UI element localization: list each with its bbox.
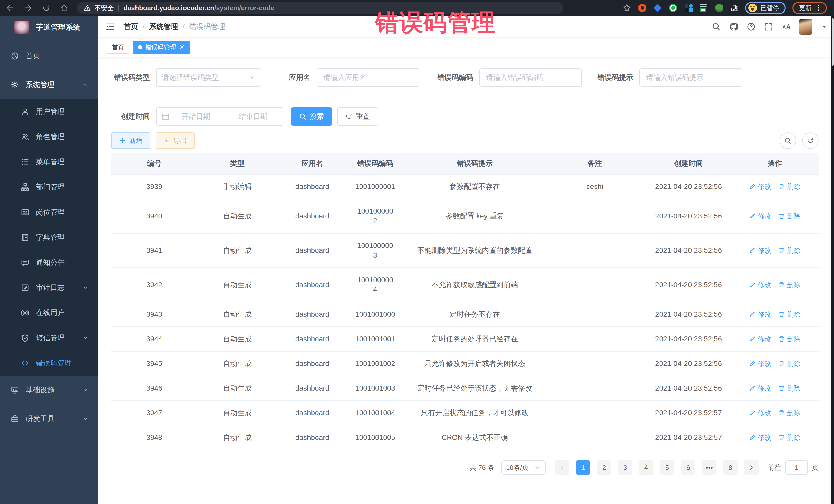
delete-icon [778, 183, 785, 190]
pager-next-button[interactable] [744, 460, 759, 475]
browser-forward-icon[interactable] [24, 4, 32, 12]
browser-update-button[interactable]: 更新 [792, 2, 827, 14]
pager-more-button[interactable]: ••• [702, 460, 717, 475]
search-button[interactable]: 搜索 [291, 107, 332, 126]
tag-error-code[interactable]: 错误码管理 [133, 41, 190, 54]
header-search-icon[interactable] [712, 22, 721, 31]
pager-page-button[interactable]: 6 [681, 460, 696, 475]
add-button[interactable]: 新增 [111, 132, 150, 149]
cell-remark [546, 356, 643, 371]
sidebar-item-post[interactable]: 岗位管理 [0, 200, 97, 225]
delete-link[interactable]: 删除 [778, 408, 800, 418]
sidebar-item-online[interactable]: 在线用户 [0, 300, 97, 325]
extension-green-icon[interactable] [669, 4, 678, 12]
breadcrumb-item-home[interactable]: 首页 [124, 22, 138, 31]
sidebar-item-role[interactable]: 角色管理 [0, 124, 97, 149]
pager-page-button[interactable]: 1 [576, 460, 590, 475]
error-code-input[interactable] [479, 68, 582, 87]
edit-link[interactable]: 修改 [749, 408, 771, 418]
reset-button[interactable]: 重置 [337, 107, 378, 126]
delete-link[interactable]: 删除 [778, 334, 800, 344]
browser-back-icon[interactable] [6, 4, 14, 12]
browser-home-icon[interactable] [60, 4, 68, 12]
edit-link[interactable]: 修改 [749, 334, 771, 344]
extension-gem-icon[interactable] [653, 4, 662, 12]
extension-frog-icon[interactable] [715, 4, 724, 12]
col-header-type: 类型 [197, 153, 278, 174]
pager-page-button[interactable]: 8 [723, 460, 738, 475]
sidebar-item-notice[interactable]: 通知公告 [0, 250, 97, 275]
error-hint-input[interactable] [639, 68, 742, 87]
extension-squares-icon[interactable] [684, 4, 693, 12]
delete-link[interactable]: 删除 [778, 309, 800, 319]
browser-menu-icon[interactable] [815, 4, 822, 12]
edit-link[interactable]: 修改 [749, 280, 771, 290]
fullscreen-icon[interactable] [764, 22, 773, 31]
page-size-select[interactable]: 10条/页 [501, 460, 546, 475]
error-type-select[interactable]: 请选择错误码类型 [156, 68, 261, 87]
extensions-puzzle-icon[interactable] [730, 4, 739, 12]
sidebar-item-home[interactable]: 首页 [0, 42, 97, 70]
pager-prev-button[interactable] [555, 460, 569, 475]
edit-link[interactable]: 修改 [749, 211, 771, 221]
sidebar-item-system[interactable]: 系统管理 [0, 70, 97, 99]
edit-link[interactable]: 修改 [749, 359, 771, 369]
font-size-icon[interactable] [782, 22, 790, 31]
user-avatar[interactable] [799, 19, 812, 35]
edit-link[interactable]: 修改 [749, 309, 771, 319]
code-icon [21, 359, 29, 367]
edit-link[interactable]: 修改 [749, 384, 771, 393]
extension-tasklist-icon[interactable]: on [700, 4, 708, 12]
bookmark-star-icon[interactable] [622, 4, 631, 12]
breadcrumb-item-system[interactable]: 系统管理 [149, 22, 178, 31]
sidebar-item-errorcode[interactable]: 错误码管理 [0, 351, 97, 376]
edit-icon [749, 336, 756, 342]
avatar-caret-down-icon[interactable] [821, 24, 827, 30]
sidebar-item-dict[interactable]: 字典管理 [0, 225, 97, 250]
filter-row-1: 错误码类型 请选择错误码类型 应用名 错误码编码 错误码提示 [111, 68, 819, 87]
cell-id: 3940 [111, 204, 197, 228]
app-name-label: 应用名 [287, 73, 310, 82]
sidebar-item-devtools[interactable]: 研发工具 [0, 404, 97, 433]
delete-link[interactable]: 删除 [778, 280, 800, 290]
edit-link[interactable]: 修改 [749, 182, 771, 192]
help-icon[interactable] [747, 22, 755, 31]
edit-link[interactable]: 修改 [749, 433, 771, 442]
toggle-search-button[interactable] [780, 132, 796, 149]
goto-page-input[interactable] [785, 460, 808, 475]
tag-close-icon[interactable] [179, 44, 185, 50]
sidebar-item-user[interactable]: 用户管理 [0, 99, 97, 124]
edit-icon [749, 434, 756, 441]
delete-link[interactable]: 删除 [778, 211, 800, 221]
app-name-input[interactable] [317, 68, 419, 87]
delete-link[interactable]: 删除 [778, 182, 800, 192]
paused-extension-badge[interactable]: 已暂停 [745, 2, 786, 14]
filter-row-2: 创建时间 开始日期 - 结束日期 搜索 重置 [111, 107, 819, 126]
delete-link[interactable]: 删除 [778, 384, 800, 393]
export-button[interactable]: 导出 [155, 132, 195, 149]
pager-page-button[interactable]: 3 [618, 460, 632, 475]
refresh-table-button[interactable] [802, 132, 819, 149]
window-scrollbar [831, 16, 834, 504]
scrollbar-thumb[interactable] [832, 19, 834, 66]
pager-page-button[interactable]: 4 [639, 460, 653, 475]
delete-link[interactable]: 删除 [778, 359, 800, 369]
browser-reload-icon[interactable] [42, 4, 50, 12]
delete-link[interactable]: 删除 [778, 433, 800, 442]
sidebar-item-auditlog[interactable]: 审计日志 [0, 275, 97, 300]
date-range-picker[interactable]: 开始日期 - 结束日期 [156, 107, 283, 126]
sidebar-item-sms[interactable]: 短信管理 [0, 325, 97, 351]
tree-icon [21, 183, 29, 191]
sidebar-item-menu[interactable]: 菜单管理 [0, 149, 97, 175]
sidebar-collapse-icon[interactable] [106, 22, 115, 31]
pager-page-button[interactable]: 5 [660, 460, 674, 475]
pager-page-button[interactable]: 2 [597, 460, 611, 475]
github-icon[interactable] [729, 22, 738, 31]
sidebar-item-infra[interactable]: 基础设施 [0, 376, 97, 404]
sidebar-item-dept[interactable]: 部门管理 [0, 175, 97, 200]
extension-donut-icon[interactable] [638, 4, 647, 12]
cell-app: dashboard [278, 327, 347, 351]
edit-link[interactable]: 修改 [749, 246, 771, 255]
delete-link[interactable]: 删除 [778, 246, 800, 255]
tag-home[interactable]: 首页 [107, 41, 129, 54]
